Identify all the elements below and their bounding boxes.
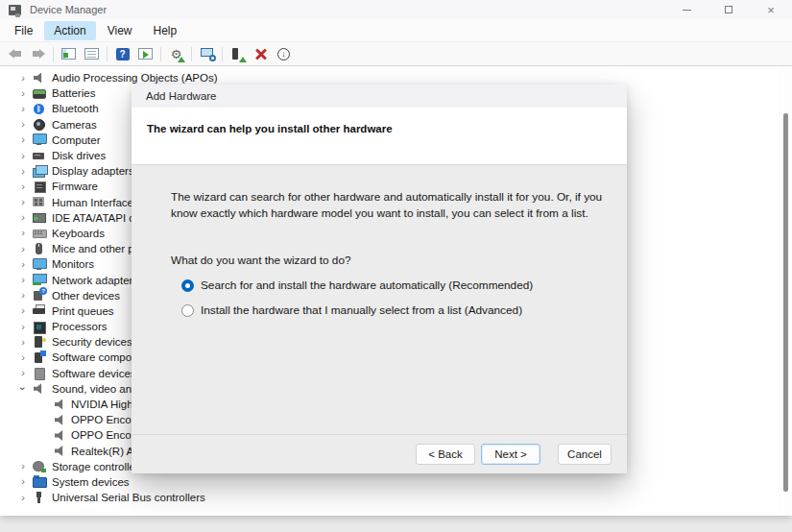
chevron-right-icon[interactable]: ›	[15, 305, 31, 316]
chevron-right-icon[interactable]: ›	[15, 104, 31, 114]
tree-item-label: Firmware	[52, 181, 98, 192]
uninstall-button[interactable]	[250, 44, 272, 63]
update-driver-button[interactable]: ⚙	[165, 44, 187, 63]
action-pane-button[interactable]	[134, 44, 156, 63]
chevron-right-icon[interactable]: ›	[15, 337, 31, 348]
tree-item-label: Print queues	[52, 305, 114, 317]
chevron-right-icon[interactable]: ›	[15, 368, 31, 378]
dialog-heading: The wizard can help you install other ha…	[132, 108, 627, 134]
maximize-button[interactable]	[708, 0, 750, 19]
cpu-icon	[33, 321, 46, 333]
chevron-right-icon[interactable]: ›	[15, 228, 31, 238]
chevron-right-icon[interactable]: ›	[15, 166, 31, 177]
back-button[interactable]: < Back	[416, 444, 475, 465]
chevron-right-icon[interactable]: ›	[15, 151, 31, 161]
console-tree-button[interactable]	[58, 44, 80, 63]
chevron-right-icon[interactable]: ›	[15, 275, 31, 285]
chevron-right-icon[interactable]: ›	[15, 197, 31, 207]
firmware-icon	[33, 181, 46, 193]
tree-item-label: Display adapters	[52, 165, 134, 177]
tree-item-label: Storage controlle	[52, 461, 135, 472]
chevron-right-icon[interactable]: ›	[15, 88, 31, 99]
network-icon	[33, 274, 46, 286]
tree-item-label: Keyboards	[52, 228, 105, 239]
chevron-right-icon[interactable]: ›	[15, 73, 31, 84]
menu-view[interactable]: View	[98, 21, 142, 40]
chevron-right-icon[interactable]: ›	[15, 290, 31, 301]
cancel-button[interactable]: Cancel	[558, 444, 612, 465]
window-controls: ×	[665, 0, 792, 19]
wizard-option-search-selected[interactable]: Search for and install the hardware auto…	[171, 278, 604, 292]
console-tree-icon	[61, 48, 76, 60]
close-button[interactable]: ×	[750, 0, 792, 19]
minimize-button[interactable]	[665, 0, 708, 19]
tree-item-label: Monitors	[52, 258, 94, 270]
chevron-right-icon[interactable]: ›	[15, 212, 31, 223]
disable-button[interactable]: ↓	[273, 44, 295, 63]
tree-item-system-devices[interactable]: ›System devices	[0, 474, 792, 490]
tree-item-label: Cameras	[52, 119, 97, 131]
next-button[interactable]: Next >	[481, 444, 540, 465]
chevron-right-icon[interactable]: ›	[15, 244, 31, 254]
tree-item-label: Universal Serial Bus controllers	[52, 492, 205, 503]
tree-item-universal-serial-bus-controllers[interactable]: ›Universal Serial Bus controllers	[0, 490, 792, 505]
tree-item-label: Realtek(R) Au	[71, 446, 140, 457]
dialog-footer: < BackNext >Cancel	[132, 434, 627, 473]
add-drivers-icon	[232, 48, 238, 60]
disk-icon	[33, 150, 46, 162]
tree-item-label: Sound, video and	[52, 383, 138, 395]
scrollbar-track[interactable]	[779, 67, 792, 516]
title-bar: Device Manager ×	[0, 0, 792, 19]
system-icon	[33, 475, 46, 488]
tree-item-label: Other devices	[52, 290, 120, 302]
magnifier-icon	[209, 55, 216, 61]
monitor-icon	[33, 258, 46, 271]
computer-icon	[33, 133, 46, 146]
help-button[interactable]: ?	[111, 44, 133, 63]
forward-button[interactable]	[27, 44, 49, 63]
menu-file[interactable]: File	[5, 21, 42, 40]
window-title: Device Manager	[30, 4, 107, 15]
menu-bar: FileActionViewHelp	[0, 19, 792, 42]
tree-item-label: Software compon	[52, 351, 138, 363]
other-icon	[33, 289, 46, 302]
chevron-right-icon[interactable]: ›	[15, 322, 31, 332]
ide-icon	[33, 211, 46, 224]
chevron-right-icon[interactable]: ›	[15, 461, 31, 472]
toolbar-separator	[222, 47, 223, 61]
add-drivers-button[interactable]	[227, 44, 249, 63]
forward-arrow-icon	[32, 49, 45, 59]
tree-item-audio-processing-objects-apos[interactable]: ›Audio Processing Objects (APOs)	[0, 70, 792, 85]
softcomp-icon	[33, 351, 46, 364]
radio-selected-icon[interactable]	[181, 279, 194, 292]
uninstall-icon	[255, 48, 267, 60]
menu-help[interactable]: Help	[144, 21, 187, 40]
chevron-right-icon[interactable]: ›	[15, 476, 31, 487]
hid-icon	[33, 196, 46, 208]
scrollbar-thumb[interactable]	[783, 113, 788, 492]
tree-item-label: Network adapters	[52, 275, 138, 286]
chevron-right-icon[interactable]: ›	[15, 259, 31, 270]
back-button[interactable]	[4, 44, 26, 63]
chevron-right-icon[interactable]: ›	[15, 119, 31, 130]
chevron-down-icon[interactable]: ›	[15, 383, 31, 394]
chevron-right-icon[interactable]: ›	[15, 493, 31, 503]
chevron-right-icon[interactable]: ›	[15, 181, 31, 192]
camera-icon	[33, 118, 46, 131]
toolbar-separator	[191, 47, 192, 61]
add-hardware-dialog: Add Hardware The wizard can help you ins…	[132, 85, 627, 473]
dialog-header: The wizard can help you install other ha…	[132, 108, 627, 165]
wizard-option-install-unselected[interactable]: Install the hardware that I manually sel…	[171, 303, 604, 317]
chevron-right-icon[interactable]: ›	[15, 134, 31, 145]
tree-item-label: Processors	[52, 321, 108, 332]
menu-action[interactable]: Action	[44, 21, 95, 40]
tree-item-label: Batteries	[52, 87, 95, 99]
radio-unselected-icon[interactable]	[181, 304, 194, 317]
wizard-options: Search for and install the hardware auto…	[171, 278, 604, 317]
minimize-icon	[683, 10, 691, 11]
dialog-body: The wizard can search for other hardware…	[132, 165, 627, 317]
scan-hardware-button[interactable]	[196, 44, 218, 63]
properties-button[interactable]	[81, 44, 103, 63]
chevron-right-icon[interactable]: ›	[15, 352, 31, 363]
tree-item-label: System devices	[52, 476, 130, 488]
